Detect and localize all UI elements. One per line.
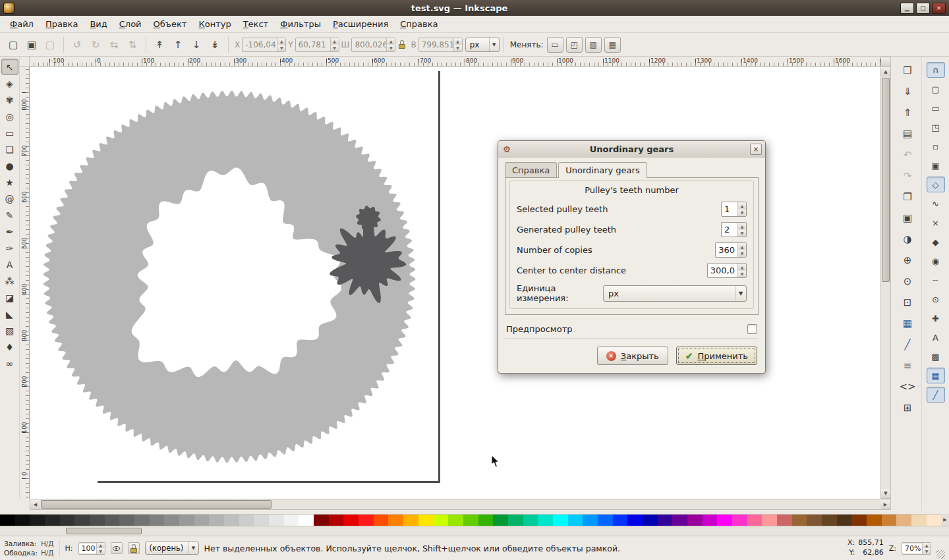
palette-swatch[interactable] [45,515,60,526]
palette-swatch[interactable] [598,515,613,526]
palette-swatch[interactable] [164,515,179,526]
palette-swatch[interactable] [703,515,718,526]
snap-rotation-centers-toggle[interactable]: ✚ [927,310,945,326]
palette-swatch[interactable] [343,515,359,526]
layers-dialog-button[interactable]: ≡ [898,357,917,374]
menu-edit[interactable]: Правка [40,16,84,32]
tool-node-editor[interactable]: ◈ [1,75,18,92]
palette-swatch[interactable] [359,515,374,526]
palette-swatch[interactable] [807,515,822,526]
tool-ellipse[interactable]: ● [1,157,18,174]
export-button[interactable]: ⇑ [898,104,917,121]
tool-star[interactable]: ★ [1,174,18,190]
palette-swatch[interactable] [493,515,508,526]
palette-swatch[interactable] [777,515,792,526]
y-field[interactable]: 60,781 ▲▼ [295,38,339,52]
palette-scroll-right-icon[interactable]: ▶ [941,514,949,526]
snap-cusp-nodes-toggle[interactable]: ◆ [927,234,945,250]
tool-pencil[interactable]: ✎ [1,207,18,223]
snap-bbox-edges-toggle[interactable]: ▭ [927,100,945,116]
generated-pulley-teeth-spinner[interactable]: 2▲▼ [721,222,747,237]
snap-smooth-nodes-toggle[interactable]: ◉ [927,253,945,269]
menu-extensions[interactable]: Расширения [327,16,394,32]
menu-layer[interactable]: Слой [113,16,148,32]
palette-scrollbar-thumb[interactable] [66,528,142,534]
palette-swatch[interactable] [284,515,299,526]
paste-button[interactable]: ▣ [898,210,917,227]
grid-toggle-button[interactable]: ▦ [898,315,917,332]
palette-swatch[interactable] [433,515,448,526]
raise-button[interactable]: ↑ [169,36,187,53]
snap-intersections-toggle[interactable]: × [927,215,945,231]
x-field[interactable]: -106,04 ▲▼ [242,38,286,52]
palette-swatch[interactable] [209,515,224,526]
select-all-layers-button[interactable]: ▣ [23,36,40,53]
palette-swatch[interactable] [179,515,194,526]
palette-swatch[interactable] [119,515,134,526]
top-ruler[interactable]: -100010020030040050060070080090010001100… [30,57,880,67]
snap-text-baselines-toggle[interactable]: A [927,329,945,345]
menu-help[interactable]: Справка [394,16,444,32]
menu-path[interactable]: Контур [192,16,237,32]
palette-scrollbar[interactable] [0,526,949,536]
affect-corners-toggle[interactable]: ◰ [566,37,583,53]
palette-swatch[interactable] [329,515,344,526]
snap-paths-toggle[interactable]: ∿ [927,196,945,211]
tool-zoom[interactable]: ◎ [1,108,18,125]
zoom-spinner[interactable]: 70% ▲▼ [902,542,931,555]
selected-pulley-teeth-spinner[interactable]: 1▲▼ [721,202,747,217]
palette-swatch[interactable] [463,515,478,526]
palette-swatch[interactable] [0,515,15,526]
palette-swatch[interactable] [627,515,643,526]
dialog-titlebar[interactable]: ⚙ Unordinary gears × [498,141,765,157]
palette-swatch[interactable] [30,515,45,526]
xml-editor-button[interactable]: <> [898,378,917,395]
print-button[interactable]: ▤ [898,125,917,142]
palette-swatch[interactable] [643,515,658,526]
close-window-button[interactable]: × [932,3,946,14]
snap-guides-toggle[interactable]: ╱ [927,387,945,403]
palette-swatch[interactable] [254,515,269,526]
palette-swatch[interactable] [15,515,30,526]
copy-button[interactable]: ❐ [898,188,917,206]
snap-bbox-midpoints-toggle[interactable]: ▫ [927,138,945,154]
resize-grip[interactable] [936,550,945,559]
palette-swatch[interactable] [732,515,747,526]
lower-to-bottom-button[interactable]: ↡ [206,36,223,53]
lock-width-height-button[interactable] [397,38,407,51]
left-ruler[interactable]: 8007006005004003002001000 [20,67,30,499]
fill-stroke-dialog-button[interactable]: ◑ [898,231,917,248]
height-field[interactable]: 799,851 ▲▼ [418,38,463,52]
palette-swatch[interactable] [822,515,837,526]
tool-paint-bucket[interactable]: ◣ [1,306,18,322]
palette-swatch[interactable] [134,515,150,526]
horizontal-scrollbar-thumb[interactable] [41,500,272,509]
import-button[interactable]: ⇓ [898,83,917,100]
unit-combo[interactable]: px▼ [603,285,747,302]
tool-selector[interactable]: ↖ [1,59,18,75]
snap-page-border-toggle[interactable]: ▩ [927,349,945,364]
palette-swatch[interactable] [403,515,418,526]
horizontal-scrollbar[interactable]: ◀ ▶ [30,499,891,510]
layer-visibility-toggle[interactable] [111,542,123,554]
palette-swatch[interactable] [911,515,927,526]
palette-swatch[interactable] [538,515,553,526]
raise-to-top-button[interactable]: ↟ [151,36,168,53]
dialog-tab-unordinary-gears[interactable]: Unordinary gears [558,162,647,178]
scroll-down-icon[interactable]: ▼ [881,489,890,498]
palette-swatch[interactable] [851,515,867,526]
tool-rectangle[interactable]: ▭ [1,125,18,141]
palette-swatch[interactable] [90,515,105,526]
minimize-window-button[interactable]: ▁ [900,3,914,14]
tool-calligraphy[interactable]: ✑ [1,240,18,256]
close-button[interactable]: ×Закрыть [597,347,668,365]
menu-file[interactable]: Файл [4,16,40,32]
palette-swatch[interactable] [882,515,897,526]
palette-swatch[interactable] [478,515,494,526]
vertical-scrollbar-thumb[interactable] [882,78,890,282]
tool-dropper[interactable]: ♦ [1,339,18,355]
maximize-window-button[interactable]: ▢ [916,3,930,14]
menu-filters[interactable]: Фильтры [274,16,327,32]
palette-swatch[interactable] [194,515,210,526]
menu-text[interactable]: Текст [237,16,275,32]
